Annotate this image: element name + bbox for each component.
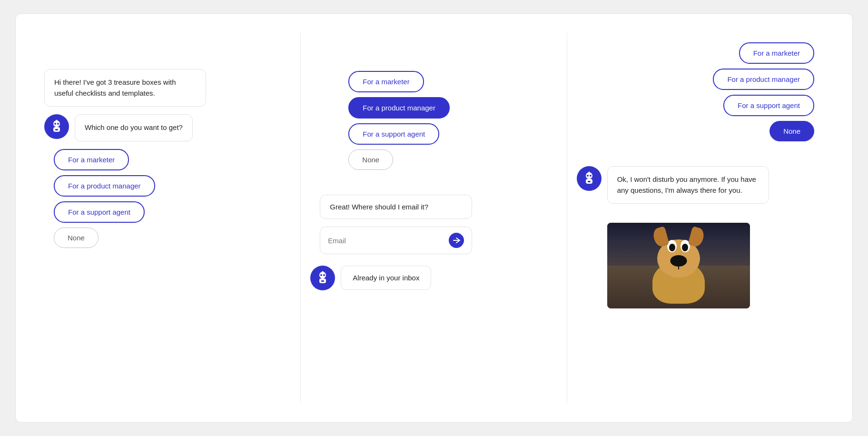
svg-point-5	[56, 120, 58, 121]
svg-point-2	[54, 123, 56, 125]
col3-choice-pm[interactable]: For a product manager	[713, 69, 814, 90]
col2-choice-pm[interactable]: For a product manager	[348, 97, 450, 119]
dog-image-inner	[607, 223, 750, 308]
question-text: Which one do you want to get?	[85, 123, 183, 131]
col3-choice-none[interactable]: None	[769, 121, 814, 141]
col2-choices: For a marketer For a product manager For…	[348, 71, 450, 170]
bot-response-bubble: Ok, I won't disturb you anymore. If you …	[607, 166, 769, 204]
bot-avatar-3	[577, 166, 602, 191]
col3: For a marketer For a product manager For…	[567, 33, 833, 403]
svg-point-17	[590, 175, 592, 177]
col3-choices-group: For a marketer For a product manager For…	[577, 42, 824, 141]
col3-choice-support[interactable]: For a support agent	[723, 95, 814, 116]
email-question-text: Great! Where should I email it?	[330, 203, 428, 211]
email-input[interactable]	[328, 237, 449, 245]
bot-response-text: Ok, I won't disturb you anymore. If you …	[617, 175, 756, 194]
svg-point-16	[587, 175, 589, 177]
svg-rect-20	[588, 181, 591, 182]
col2: For a marketer For a product manager For…	[301, 33, 567, 403]
bot-response-row: Ok, I won't disturb you anymore. If you …	[577, 166, 824, 204]
chat-container: Hi there! I've got 3 treasure boxes with…	[15, 13, 853, 423]
dog-image	[607, 223, 750, 308]
col1-choices: For a marketer For a product manager For…	[54, 149, 155, 248]
svg-point-10	[323, 274, 325, 276]
svg-point-9	[320, 274, 322, 276]
svg-point-3	[57, 123, 59, 125]
col1-choice-pm[interactable]: For a product manager	[54, 175, 155, 197]
col3-choice-marketer[interactable]: For a marketer	[739, 42, 814, 64]
svg-rect-6	[55, 129, 58, 130]
email-question-bubble: Great! Where should I email it?	[320, 195, 472, 219]
question-bubble: Which one do you want to get?	[75, 114, 193, 141]
greeting-bubble: Hi there! I've got 3 treasure boxes with…	[44, 69, 206, 107]
col2-choice-support[interactable]: For a support agent	[348, 123, 439, 145]
col2-choice-marketer[interactable]: For a marketer	[348, 71, 424, 92]
already-inbox-text: Already in your inbox	[353, 274, 419, 282]
already-inbox-bubble: Already in your inbox	[341, 266, 431, 290]
col1-choice-none[interactable]: None	[54, 228, 99, 248]
col2-choice-none[interactable]: None	[348, 149, 393, 170]
email-input-container	[320, 227, 472, 254]
svg-rect-13	[321, 280, 324, 282]
col1-choice-marketer[interactable]: For a marketer	[54, 149, 129, 170]
svg-point-19	[588, 172, 590, 173]
send-button[interactable]	[449, 233, 464, 248]
already-inbox-row: Already in your inbox	[310, 266, 557, 290]
svg-point-12	[322, 271, 324, 273]
bot-avatar-1	[44, 114, 69, 139]
greeting-text: Hi there! I've got 3 treasure boxes with…	[54, 78, 176, 97]
question-row: Which one do you want to get?	[44, 114, 291, 141]
col1-choice-support[interactable]: For a support agent	[54, 201, 145, 223]
col1: Hi there! I've got 3 treasure boxes with…	[35, 33, 301, 403]
bot-avatar-2	[310, 266, 335, 290]
